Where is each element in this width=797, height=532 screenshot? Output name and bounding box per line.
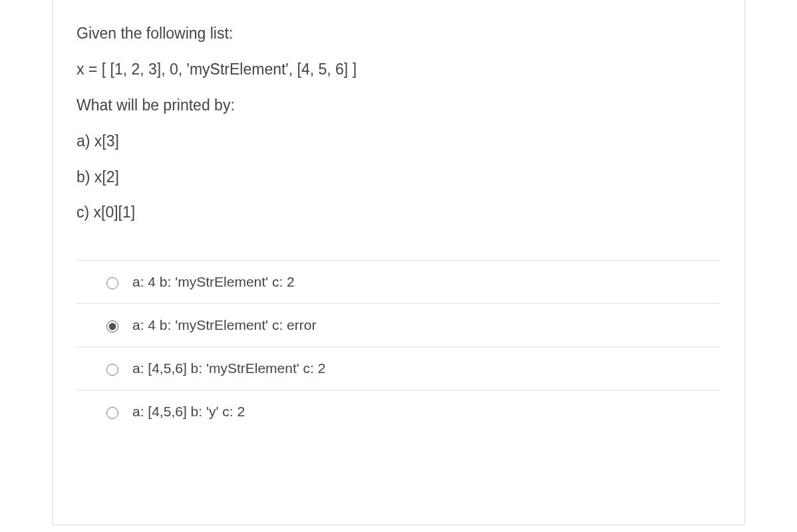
question-card: Given the following list: x = [ [1, 2, 3…	[52, 0, 745, 525]
question-line: What will be printed by:	[77, 96, 720, 116]
question-line: Given the following list:	[77, 24, 720, 44]
answer-radio[interactable]	[106, 364, 118, 376]
radio-icon[interactable]	[103, 362, 120, 376]
question-line: x = [ [1, 2, 3], 0, 'myStrElement', [4, …	[77, 60, 720, 80]
answer-list: a: 4 b: 'myStrElement' c: 2 a: 4 b: 'myS…	[77, 260, 720, 433]
question-stem: Given the following list: x = [ [1, 2, 3…	[77, 24, 720, 223]
radio-icon[interactable]	[103, 319, 120, 332]
answer-label: a: [4,5,6] b: 'myStrElement' c: 2	[132, 360, 325, 376]
answer-option[interactable]: a: 4 b: 'myStrElement' c: 2	[77, 260, 720, 303]
answer-option[interactable]: a: [4,5,6] b: 'myStrElement' c: 2	[77, 346, 720, 390]
answer-radio[interactable]	[106, 277, 118, 289]
answer-radio[interactable]	[106, 407, 118, 419]
question-line: a) x[3]	[77, 132, 720, 152]
answer-label: a: 4 b: 'myStrElement' c: 2	[132, 274, 295, 290]
answer-label: a: 4 b: 'myStrElement' c: error	[132, 317, 316, 333]
answer-option[interactable]: a: 4 b: 'myStrElement' c: error	[77, 303, 720, 346]
question-line: c) x[0][1]	[77, 203, 720, 223]
question-line: b) x[2]	[77, 168, 720, 188]
radio-icon[interactable]	[103, 405, 120, 419]
radio-icon[interactable]	[103, 275, 120, 289]
answer-label: a: [4,5,6] b: 'y' c: 2	[132, 404, 245, 420]
answer-radio[interactable]	[106, 321, 118, 332]
answer-option[interactable]: a: [4,5,6] b: 'y' c: 2	[77, 390, 720, 433]
